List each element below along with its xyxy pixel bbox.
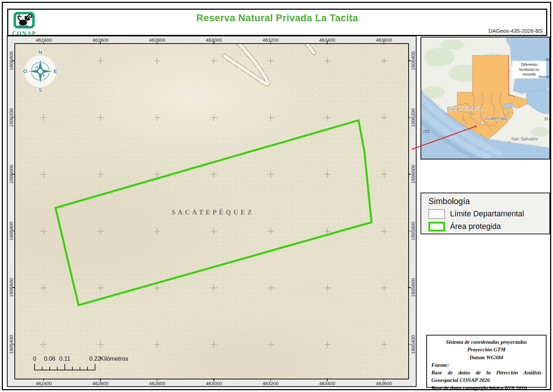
inset-capital-label: Guatemala (485, 116, 507, 121)
inset-honduras-partial-label: Hond (539, 75, 549, 79)
compass-o-label: O (23, 68, 27, 74)
axis-tick (44, 41, 44, 44)
axis-tick (213, 378, 214, 381)
axis-tick (327, 41, 328, 44)
inset-road-number: 721 (423, 129, 430, 134)
axis-tick (213, 41, 214, 44)
inset-honduras-label: Ho (544, 116, 550, 122)
axis-tick (270, 378, 271, 381)
y-axis-label-right: 1605800 (410, 221, 416, 240)
svg-text:0.11: 0.11 (59, 355, 70, 362)
x-axis-label-bottom: 462400 (36, 381, 52, 386)
compass-n-label: N (38, 49, 42, 55)
map-canvas[interactable]: N S E O SACATEPÉQUEZ 00.060.110.22Kilóme… (14, 43, 409, 379)
compass-e-label: E (53, 68, 57, 74)
axis-tick (12, 344, 15, 345)
x-axis-label-bottom: 463600 (376, 381, 392, 386)
document-id: DAGeos-435-2026-BS (489, 28, 543, 34)
axis-tick (408, 60, 411, 61)
axis-tick (384, 41, 385, 44)
scale-bar: 00.060.110.22Kilómetros (30, 353, 152, 375)
y-axis-label-right: 1606000 (410, 165, 416, 184)
axis-tick (270, 41, 271, 44)
axis-tick (408, 117, 411, 118)
san-salvador-dot (508, 141, 510, 144)
axis-tick (100, 378, 101, 381)
metadata-box: Sistema de coordenadas proyectadas Proye… (426, 335, 547, 388)
source-line: Base de datos cartografía básica IGN 201… (431, 384, 541, 392)
y-axis-label-right: 1606400 (410, 51, 416, 71)
axis-tick (12, 117, 15, 118)
axis-tick (408, 344, 411, 345)
y-axis-label-right: 1605400 (410, 335, 416, 354)
department-boundary-swatch (428, 209, 445, 219)
axis-tick (408, 174, 411, 175)
axis-tick (157, 378, 158, 381)
projection-line: Proyección GTM (431, 346, 541, 353)
x-axis-label-bottom: 463200 (262, 381, 279, 386)
svg-text:0: 0 (33, 355, 36, 362)
compass-rose-icon: N S E O (23, 48, 58, 93)
axis-tick (12, 231, 15, 231)
y-axis-label-right: 1606200 (410, 108, 416, 127)
page-border: CONAP Reserva Natural Privada La Tacita … (2, 2, 551, 390)
map-frame: N S E O SACATEPÉQUEZ 00.060.110.22Kilóme… (7, 36, 417, 387)
page-title: Reserva Natural Privada La Tacita (8, 13, 546, 24)
crs-line: Sistema de coordenadas proyectadas (431, 338, 541, 346)
department-label: SACATEPÉQUEZ (141, 209, 285, 216)
inset-san-salvador-label: San Salvador (511, 136, 538, 141)
axis-tick (44, 378, 44, 381)
axis-tick (384, 378, 385, 381)
compass-s-label: S (38, 87, 42, 93)
protected-area-swatch (428, 222, 445, 231)
inset-gulf-partial-label: Gu (545, 57, 550, 62)
legend-item-limite: Límite Departamental (428, 209, 524, 219)
legend-item-label: Límite Departamental (450, 209, 524, 218)
legend-item-label: Área protegida (450, 222, 501, 231)
header: CONAP Reserva Natural Privada La Tacita … (7, 9, 547, 36)
y-axis-label-right: 1605600 (410, 278, 416, 297)
axis-tick (408, 287, 411, 288)
axis-tick (408, 231, 411, 231)
axis-tick (12, 174, 15, 175)
axis-tick (327, 378, 328, 381)
x-axis-label-bottom: 463400 (319, 381, 335, 386)
source-line: Base de datos de la Dirección Análisis G… (431, 369, 541, 384)
scale-unit-label: Kilómetros (100, 355, 128, 362)
inset-locator-map[interactable]: Guatemala Guatemala San Salvador Diferen… (421, 37, 550, 159)
datum-line: Datum WGS84 (431, 354, 541, 361)
axis-tick (157, 41, 158, 44)
svg-text:0.22: 0.22 (89, 355, 100, 362)
x-axis-label-bottom: 462800 (149, 381, 165, 386)
x-axis-label-bottom: 462600 (92, 381, 108, 386)
legend-title: Simbología (428, 197, 470, 206)
x-axis-label-bottom: 463000 (206, 381, 222, 386)
axis-tick (100, 41, 101, 44)
legend-item-area: Área protegida (428, 222, 501, 231)
capital-city-dot (481, 121, 484, 124)
legend-box: Simbología Límite Departamental Área pro… (421, 193, 550, 234)
source-label: Fuente: (431, 361, 541, 369)
inset-country-label: Guatemala (447, 105, 483, 111)
svg-text:0.06: 0.06 (44, 355, 55, 362)
axis-tick (12, 60, 15, 61)
axis-tick (12, 287, 15, 288)
